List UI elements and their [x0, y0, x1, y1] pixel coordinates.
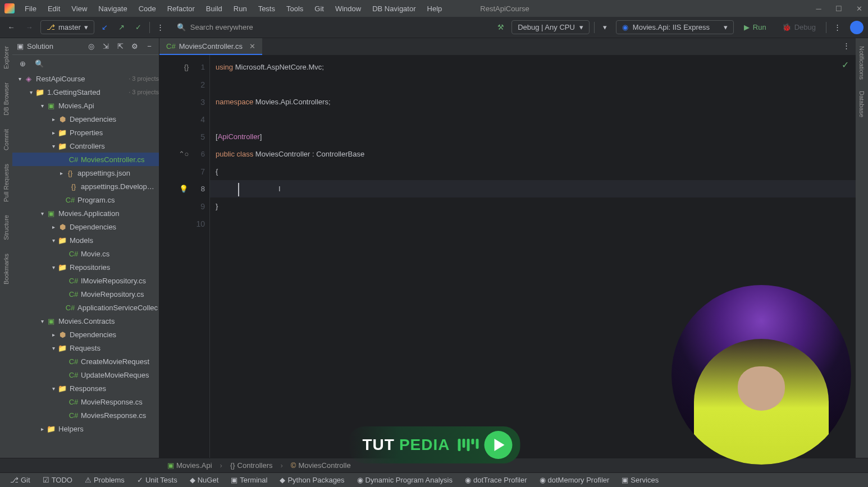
update-project-icon[interactable]: ↙: [99, 21, 111, 34]
tree-file-movie[interactable]: C# Movie.cs: [12, 247, 159, 260]
search-icon[interactable]: 🔍: [34, 58, 45, 69]
maximize-icon[interactable]: ☐: [834, 4, 843, 13]
line-number[interactable]: 2: [159, 76, 209, 93]
tool-commit[interactable]: Commit: [2, 123, 11, 156]
menu-tools[interactable]: Tools: [282, 2, 308, 15]
line-number[interactable]: 10: [159, 215, 209, 232]
tree-file-appsettings[interactable]: ▸{} appsettings.json: [12, 166, 159, 180]
menu-view[interactable]: View: [67, 2, 92, 15]
menu-run[interactable]: Run: [229, 2, 252, 15]
tree-file-appsettings-dev[interactable]: {} appsettings.Development: [12, 180, 159, 193]
tree-file-update-movie-req[interactable]: C# UpdateMovieReques: [12, 368, 159, 382]
line-number[interactable]: 9: [159, 197, 209, 215]
tree-properties[interactable]: ▸📁 Properties: [12, 126, 159, 139]
build-config-selector[interactable]: Debug | Any CPU ▾: [511, 20, 590, 34]
tree-dependencies[interactable]: ▸⬢ Dependencies: [12, 112, 159, 126]
menu-edit[interactable]: Edit: [43, 2, 65, 15]
breadcrumb-folder[interactable]: {} Controllers: [226, 460, 277, 471]
tree-dependencies[interactable]: ▸⬢ Dependencies: [12, 220, 159, 233]
solution-title[interactable]: ▣ Solution: [17, 42, 81, 50]
tab-todo[interactable]: ☑TODO: [37, 474, 78, 486]
menu-code[interactable]: Code: [134, 2, 161, 15]
nav-back-button[interactable]: ←: [4, 21, 18, 34]
tree-file-movie-response[interactable]: C# MovieResponse.cs: [12, 395, 159, 408]
breadcrumb-project[interactable]: ▣ Movies.Api: [163, 460, 217, 471]
inspection-ok-icon[interactable]: ✓: [842, 59, 849, 70]
tree-folder-getting-started[interactable]: ▾📁 1.GettingStarted · 3 projects: [12, 85, 159, 99]
solution-tree[interactable]: ▾◈ RestApiCourse · 3 projects ▾📁 1.Getti…: [12, 72, 159, 458]
menu-db-navigator[interactable]: DB Navigator: [368, 2, 420, 15]
line-number[interactable]: ⌃○6: [159, 145, 209, 163]
tree-project-application[interactable]: ▾▣ Movies.Application: [12, 206, 159, 220]
more-run-icon[interactable]: ⋮: [831, 21, 843, 34]
tool-explorer[interactable]: Explorer: [2, 40, 11, 75]
menu-file[interactable]: File: [20, 2, 41, 15]
menu-tests[interactable]: Tests: [254, 2, 280, 15]
tree-controllers[interactable]: ▾📁 Controllers: [12, 139, 159, 153]
tab-dpa[interactable]: ◉Dynamic Program Analysis: [351, 474, 458, 486]
tab-nuget[interactable]: ◆NuGet: [184, 474, 225, 486]
tree-project-contracts[interactable]: ▾▣ Movies.Contracts: [12, 314, 159, 328]
menu-window[interactable]: Window: [331, 2, 366, 15]
line-number[interactable]: 5: [159, 128, 209, 145]
tool-bookmarks[interactable]: Bookmarks: [2, 248, 11, 290]
search-everywhere[interactable]: 🔍 Search everywhere: [171, 21, 317, 34]
debug-button[interactable]: 🐞 Debug: [776, 21, 821, 34]
run-config-selector[interactable]: ◉ Movies.Api: IIS Express ▾: [616, 20, 734, 34]
tab-services[interactable]: ▣Services: [616, 474, 664, 486]
menu-git[interactable]: Git: [310, 2, 328, 15]
tree-responses[interactable]: ▾📁 Responses: [12, 382, 159, 395]
tab-terminal[interactable]: ▣Terminal: [225, 474, 273, 486]
minimize-icon[interactable]: ─: [814, 4, 823, 13]
menu-build[interactable]: Build: [202, 2, 227, 15]
more-icon[interactable]: ⋮: [154, 21, 167, 34]
tree-file-imovierepo[interactable]: C# IMovieRepository.cs: [12, 274, 159, 287]
tree-helpers[interactable]: ▸📁 Helpers: [12, 422, 159, 435]
close-tab-icon[interactable]: ✕: [249, 42, 255, 50]
run-button[interactable]: ▶ Run: [738, 21, 772, 34]
settings-icon[interactable]: ⚙: [130, 42, 140, 52]
tree-file-create-movie-req[interactable]: C# CreateMovieRequest: [12, 355, 159, 368]
commit-icon[interactable]: ↗: [116, 21, 128, 34]
line-number[interactable]: {}1: [159, 58, 209, 76]
tree-file-appservice[interactable]: C# ApplicationServiceCollec: [12, 301, 159, 314]
tool-notifications[interactable]: Notifications: [857, 40, 866, 85]
chevron-down-icon[interactable]: ▾: [599, 21, 611, 34]
tree-root[interactable]: ▾◈ RestApiCourse · 3 projects: [12, 72, 159, 85]
push-icon[interactable]: ✓: [133, 21, 145, 34]
menu-refactor[interactable]: Refactor: [163, 2, 199, 15]
tree-file-movies-controller[interactable]: C# MoviesController.cs: [12, 153, 159, 166]
locate-icon[interactable]: ⊕: [17, 58, 28, 69]
tree-project-api[interactable]: ▾▣ Movies.Api: [12, 99, 159, 112]
tree-file-movierepo[interactable]: C# MovieRepository.cs: [12, 287, 159, 301]
tool-database[interactable]: Database: [857, 85, 866, 123]
lightbulb-icon[interactable]: 💡: [179, 185, 188, 194]
scroll-from-source-icon[interactable]: ◎: [86, 42, 96, 52]
account-avatar[interactable]: [850, 21, 864, 34]
build-hammer-icon[interactable]: ⚒: [495, 21, 507, 34]
editor-more-icon[interactable]: ⋮: [837, 38, 856, 55]
line-number[interactable]: 💡8: [159, 180, 209, 197]
hide-icon[interactable]: −: [144, 42, 154, 52]
tree-dependencies[interactable]: ▸⬢ Dependencies: [12, 328, 159, 341]
menu-navigate[interactable]: Navigate: [94, 2, 131, 15]
editor-tab-movies-controller[interactable]: C# MoviesController.cs ✕: [159, 38, 262, 55]
tree-requests[interactable]: ▾📁 Requests: [12, 341, 159, 355]
close-icon[interactable]: ✕: [855, 4, 864, 13]
tree-file-program[interactable]: C# Program.cs: [12, 193, 159, 206]
line-number[interactable]: 4: [159, 111, 209, 128]
menu-help[interactable]: Help: [423, 2, 447, 15]
line-number[interactable]: 7: [159, 163, 209, 180]
git-branch-selector[interactable]: ⎇ master ▾: [40, 20, 94, 34]
tab-dotmemory[interactable]: ◉dotMemory Profiler: [534, 474, 615, 486]
line-number[interactable]: 3: [159, 93, 209, 111]
tab-unit-tests[interactable]: ✓Unit Tests: [131, 474, 183, 486]
tool-pull-requests[interactable]: Pull Requests: [2, 158, 11, 208]
class-nav-icon[interactable]: ⌃○: [179, 150, 188, 159]
tab-python-packages[interactable]: ◆Python Packages: [274, 474, 350, 486]
collapse-all-icon[interactable]: ⇱: [115, 42, 125, 52]
tab-git[interactable]: ⎇Git: [4, 474, 36, 486]
breadcrumb-file[interactable]: © MoviesControlle: [286, 460, 355, 471]
tool-db-browser[interactable]: DB Browser: [2, 77, 11, 121]
tool-structure[interactable]: Structure: [2, 209, 11, 246]
